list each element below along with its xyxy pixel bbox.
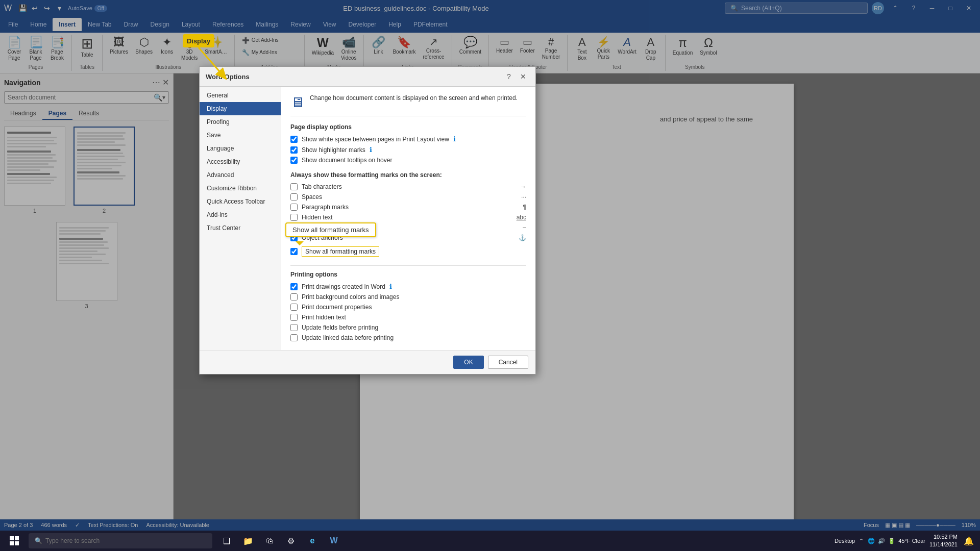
dialog-description: 🖥 Change how document content is display… bbox=[290, 94, 526, 116]
task-view-btn[interactable]: ❑ bbox=[216, 531, 237, 551]
checkbox-paragraph-input[interactable] bbox=[290, 204, 298, 211]
checkbox-print-hidden: Print hidden text bbox=[290, 312, 526, 322]
browser-btn[interactable]: e bbox=[302, 531, 323, 551]
desktop-label[interactable]: Desktop bbox=[835, 538, 855, 544]
printing-section: Printing options bbox=[290, 265, 526, 278]
svg-rect-2 bbox=[15, 536, 19, 540]
checkbox-update-linked-label: Update linked data before printing bbox=[302, 334, 394, 341]
info-icon-white-space[interactable]: ℹ bbox=[453, 135, 456, 143]
svg-rect-4 bbox=[15, 541, 19, 545]
checkbox-print-props-label: Print document properties bbox=[302, 304, 372, 311]
checkbox-print-drawings: Print drawings created in Word ℹ bbox=[290, 281, 526, 292]
battery-icon: 🔋 bbox=[888, 538, 895, 544]
dialog-main: 🖥 Change how document content is display… bbox=[281, 87, 535, 350]
checkbox-update-fields: Update fields before printing bbox=[290, 322, 526, 333]
formatting-section-header: Always show these formatting marks on th… bbox=[290, 171, 442, 179]
volume-icon: 🔊 bbox=[878, 538, 885, 544]
dialog-close-btn[interactable]: ✕ bbox=[517, 71, 529, 82]
svg-rect-1 bbox=[10, 536, 14, 540]
cancel-button[interactable]: Cancel bbox=[488, 356, 528, 369]
ok-button[interactable]: OK bbox=[453, 356, 483, 369]
info-icon-print-drawings[interactable]: ℹ bbox=[389, 283, 392, 290]
taskbar-clock: 10:52 PM 11/14/2021 bbox=[929, 533, 958, 549]
sys-tray: 🌐 🔊 🔋 45°F Clear bbox=[868, 538, 925, 544]
checkbox-spaces-label: Spaces bbox=[302, 193, 322, 201]
file-explorer-btn[interactable]: 📁 bbox=[238, 531, 258, 551]
start-button[interactable] bbox=[2, 531, 27, 551]
sidebar-item-general[interactable]: General bbox=[200, 89, 281, 102]
checkbox-highlighter-label: Show highlighter marks bbox=[302, 146, 365, 154]
store-btn[interactable]: 🛍 bbox=[259, 531, 280, 551]
checkbox-spaces-input[interactable] bbox=[290, 193, 298, 201]
word-taskbar-btn[interactable]: W bbox=[324, 531, 344, 551]
dialog-sidebar: General Display Proofing Save Language A… bbox=[200, 87, 281, 350]
checkbox-update-fields-input[interactable] bbox=[290, 324, 298, 331]
printing-section-header: Printing options bbox=[290, 271, 337, 278]
checkbox-hidden-text: Hidden text abc bbox=[290, 212, 526, 222]
spaces-symbol: ··· bbox=[521, 193, 526, 201]
checkbox-print-props-input[interactable] bbox=[290, 304, 298, 311]
checkbox-print-hidden-input[interactable] bbox=[290, 314, 298, 321]
checkbox-print-props: Print document properties bbox=[290, 302, 526, 312]
sidebar-item-quick-access[interactable]: Quick Access Toolbar bbox=[200, 195, 281, 208]
info-icon-highlighter[interactable]: ℹ bbox=[370, 146, 372, 154]
checkbox-show-all-input[interactable] bbox=[290, 248, 298, 255]
checkbox-paragraph: Paragraph marks ¶ bbox=[290, 202, 526, 212]
checkbox-white-space-input[interactable] bbox=[290, 136, 298, 143]
svg-rect-3 bbox=[10, 541, 14, 545]
sidebar-item-save[interactable]: Save bbox=[200, 129, 281, 142]
checkbox-update-linked-input[interactable] bbox=[290, 334, 298, 341]
checkbox-highlighter-input[interactable] bbox=[290, 146, 298, 154]
show-desktop-arrow: ⌃ bbox=[859, 538, 864, 544]
apps-btn[interactable]: ⚙ bbox=[281, 531, 301, 551]
anchor-symbol: ⚓ bbox=[519, 234, 526, 241]
checkbox-tab-chars: Tab characters → bbox=[290, 182, 526, 192]
checkbox-update-linked: Update linked data before printing bbox=[290, 333, 526, 343]
checkbox-tooltips-input[interactable] bbox=[290, 157, 298, 164]
formatting-section: Always show these formatting marks on th… bbox=[290, 171, 526, 179]
taskbar: 🔍 ❑ 📁 🛍 ⚙ e W Desktop ⌃ 🌐 🔊 🔋 45°F Clear… bbox=[0, 531, 980, 551]
word-options-dialog: Word Options ? ✕ General Display Proofin… bbox=[199, 66, 536, 374]
checkbox-tab-chars-input[interactable] bbox=[290, 183, 298, 190]
notification-btn[interactable]: 🔔 bbox=[964, 536, 974, 546]
page-display-section-header: Page display options bbox=[290, 123, 526, 131]
dialog-overlay: Word Options ? ✕ General Display Proofin… bbox=[0, 0, 980, 551]
checkbox-white-space-label: Show white space between pages in Print … bbox=[302, 136, 449, 143]
display-icon: 🖥 bbox=[290, 94, 305, 111]
dialog-titlebar: Word Options ? ✕ bbox=[200, 67, 535, 87]
checkbox-print-bg-input[interactable] bbox=[290, 293, 298, 300]
dialog-body: General Display Proofing Save Language A… bbox=[200, 87, 535, 350]
sidebar-item-customize-ribbon[interactable]: Customize Ribbon bbox=[200, 182, 281, 195]
dialog-title: Word Options bbox=[206, 73, 250, 81]
checkbox-hidden-text-label: Hidden text bbox=[302, 214, 333, 221]
show-all-tooltip: Show all formatting marks bbox=[285, 222, 376, 237]
sidebar-item-trust-center[interactable]: Trust Center bbox=[200, 221, 281, 235]
checkbox-print-bg-label: Print background colors and images bbox=[302, 293, 399, 300]
checkbox-tooltips: Show document tooltips on hover bbox=[290, 155, 526, 165]
checkbox-paragraph-label: Paragraph marks bbox=[302, 204, 349, 211]
tooltip-arrow bbox=[296, 241, 304, 245]
checkbox-update-fields-label: Update fields before printing bbox=[302, 324, 378, 331]
dialog-footer: OK Cancel bbox=[200, 350, 535, 374]
sidebar-item-addins[interactable]: Add-ins bbox=[200, 208, 281, 221]
hidden-text-symbol: abc bbox=[517, 214, 526, 221]
taskbar-time-display: 10:52 PM bbox=[929, 533, 958, 541]
checkbox-print-drawings-input[interactable] bbox=[290, 283, 298, 290]
checkbox-white-space: Show white space between pages in Print … bbox=[290, 134, 526, 144]
taskbar-search-input[interactable] bbox=[45, 537, 206, 544]
dialog-help-btn[interactable]: ? bbox=[503, 71, 515, 82]
checkbox-highlighter: Show highlighter marks ℹ bbox=[290, 144, 526, 155]
taskbar-search-box[interactable]: 🔍 bbox=[29, 533, 212, 548]
sidebar-item-display[interactable]: Display bbox=[200, 102, 281, 115]
weather-info: 45°F Clear bbox=[898, 538, 925, 544]
sidebar-item-proofing[interactable]: Proofing bbox=[200, 115, 281, 129]
sidebar-item-advanced[interactable]: Advanced bbox=[200, 168, 281, 182]
sidebar-item-accessibility[interactable]: Accessibility bbox=[200, 155, 281, 168]
checkbox-hidden-text-input[interactable] bbox=[290, 214, 298, 221]
tab-symbol: → bbox=[520, 183, 526, 190]
taskbar-icons: ❑ 📁 🛍 ⚙ e W bbox=[216, 531, 344, 551]
checkbox-print-hidden-label: Print hidden text bbox=[302, 314, 346, 321]
sidebar-item-language[interactable]: Language bbox=[200, 142, 281, 155]
taskbar-right: Desktop ⌃ 🌐 🔊 🔋 45°F Clear 10:52 PM 11/1… bbox=[835, 533, 978, 549]
dialog-desc-text: Change how document content is displayed… bbox=[310, 94, 518, 103]
